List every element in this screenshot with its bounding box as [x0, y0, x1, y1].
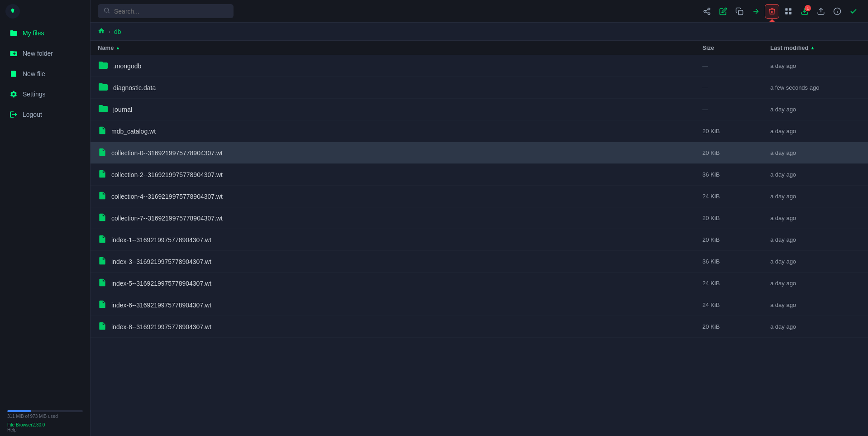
file-name: journal [113, 106, 132, 113]
sidebar-item-logout[interactable]: Logout [2, 105, 88, 125]
folder-icon [98, 60, 109, 72]
svg-rect-8 [739, 10, 743, 14]
breadcrumb-separator: › [109, 29, 110, 35]
share-button[interactable] [700, 4, 714, 19]
file-icon [98, 168, 107, 181]
sidebar-nav: My files New folder New file [0, 23, 90, 125]
logo-area [0, 0, 90, 23]
file-name: index-5--3169219975778904307.wt [111, 280, 211, 287]
app-logo [5, 4, 20, 19]
file-name: collection-7--3169219975778904307.wt [111, 215, 223, 222]
search-box[interactable] [98, 4, 234, 18]
file-date: a day ago [770, 280, 861, 287]
svg-point-4 [704, 10, 706, 12]
table-row[interactable]: collection-7--3169219975778904307.wt 20 … [91, 207, 868, 229]
copy-button[interactable] [732, 4, 747, 19]
col-header-size[interactable]: Size [702, 44, 770, 51]
table-row[interactable]: collection-0--3169219975778904307.wt 20 … [91, 142, 868, 164]
col-header-name[interactable]: Name ▲ [98, 44, 702, 51]
storage-bar-fill [7, 410, 31, 412]
breadcrumb-home[interactable] [98, 27, 105, 36]
table-row[interactable]: index-3--3169219975778904307.wt 36 KiB a… [91, 251, 868, 273]
file-date: a day ago [770, 323, 861, 330]
main-content: 1 [91, 0, 868, 436]
sidebar-item-new-folder-label: New folder [23, 50, 53, 57]
file-size: 24 KiB [702, 193, 770, 200]
file-size: 20 KiB [702, 149, 770, 156]
table-row[interactable]: diagnostic.data — a few seconds ago [91, 77, 868, 99]
col-header-modified[interactable]: Last modified ▲ [770, 44, 861, 51]
move-button[interactable] [749, 4, 763, 19]
file-icon [98, 277, 107, 289]
file-size: — [702, 84, 770, 91]
svg-rect-12 [785, 12, 787, 14]
file-name-cell: collection-7--3169219975778904307.wt [98, 212, 702, 224]
file-name: index-8--3169219975778904307.wt [111, 323, 211, 331]
version-label: File Browser2.30.0 [0, 421, 90, 427]
file-date: a day ago [770, 62, 861, 69]
info-button[interactable] [830, 4, 844, 19]
file-name-cell: diagnostic.data [98, 81, 702, 94]
check-button[interactable] [846, 4, 861, 19]
file-name-cell: collection-4--3169219975778904307.wt [98, 190, 702, 202]
file-name: collection-2--3169219975778904307.wt [111, 171, 223, 178]
file-date: a day ago [770, 258, 861, 265]
file-name: index-6--3169219975778904307.wt [111, 302, 211, 309]
download-button[interactable]: 1 [797, 4, 812, 19]
file-icon [98, 321, 107, 333]
grid-view-button[interactable] [781, 4, 796, 19]
table-header: Name ▲ Size Last modified ▲ [91, 41, 868, 55]
help-link[interactable]: Help [0, 427, 90, 436]
svg-point-0 [12, 10, 14, 12]
file-name: .mongodb [113, 62, 141, 70]
file-icon [98, 255, 107, 268]
sidebar-item-new-file-label: New file [23, 70, 45, 77]
file-date: a few seconds ago [770, 84, 861, 91]
file-name-cell: index-1--3169219975778904307.wt [98, 234, 702, 246]
svg-rect-10 [785, 8, 787, 10]
file-date: a day ago [770, 302, 861, 308]
sidebar: My files New folder New file [0, 0, 91, 436]
file-name: mdb_catalog.wt [111, 128, 156, 135]
sidebar-item-my-files[interactable]: My files [2, 23, 88, 43]
sidebar-item-settings[interactable]: Settings [2, 84, 88, 104]
search-input[interactable] [114, 8, 228, 15]
file-date: a day ago [770, 106, 861, 113]
folder-icon [9, 29, 18, 38]
table-row[interactable]: index-6--3169219975778904307.wt 24 KiB a… [91, 294, 868, 316]
table-row[interactable]: collection-4--3169219975778904307.wt 24 … [91, 186, 868, 207]
file-icon [98, 299, 107, 311]
file-icon [98, 234, 107, 246]
table-row[interactable]: index-5--3169219975778904307.wt 24 KiB a… [91, 273, 868, 294]
upload-button[interactable] [814, 4, 828, 19]
svg-point-5 [708, 13, 710, 15]
sidebar-item-logout-label: Logout [23, 111, 42, 118]
file-date: a day ago [770, 128, 861, 134]
download-badge: 1 [805, 5, 811, 11]
table-row[interactable]: index-8--3169219975778904307.wt 20 KiB a… [91, 316, 868, 338]
delete-button[interactable] [765, 4, 779, 19]
table-row[interactable]: .mongodb — a day ago [91, 55, 868, 77]
logout-icon [9, 110, 18, 119]
folder-icon [98, 81, 109, 94]
svg-point-3 [708, 8, 710, 10]
file-date: a day ago [770, 215, 861, 221]
file-date: a day ago [770, 171, 861, 178]
edit-button[interactable] [716, 4, 730, 19]
breadcrumb: › db [91, 23, 868, 41]
table-row[interactable]: collection-2--3169219975778904307.wt 36 … [91, 164, 868, 186]
table-row[interactable]: mdb_catalog.wt 20 KiB a day ago [91, 120, 868, 142]
file-date: a day ago [770, 149, 861, 156]
file-name-cell: index-3--3169219975778904307.wt [98, 255, 702, 268]
file-rows: .mongodb — a day ago diagnostic.data — a… [91, 55, 868, 338]
svg-rect-13 [789, 12, 792, 14]
sidebar-item-new-folder[interactable]: New folder [2, 43, 88, 63]
table-row[interactable]: index-1--3169219975778904307.wt 20 KiB a… [91, 229, 868, 251]
svg-line-7 [706, 9, 708, 10]
sort-arrow-name: ▲ [115, 45, 120, 50]
sidebar-item-new-file[interactable]: New file [2, 64, 88, 84]
file-size: — [702, 62, 770, 69]
file-name-cell: index-5--3169219975778904307.wt [98, 277, 702, 289]
table-row[interactable]: journal — a day ago [91, 99, 868, 120]
file-name: index-1--3169219975778904307.wt [111, 236, 211, 244]
